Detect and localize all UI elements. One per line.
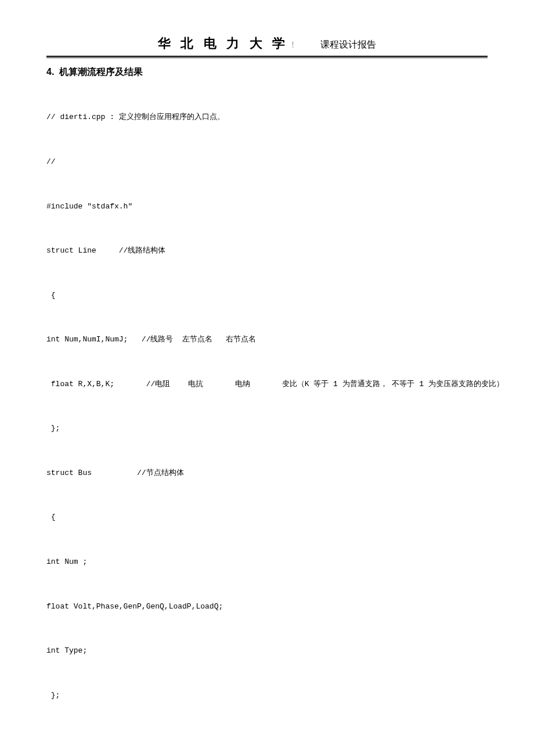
section-number: 4. [46, 67, 54, 77]
header-subtitle: 课程设计报告 [320, 39, 376, 51]
university-name: 华 北 电 力 大 学 [158, 36, 289, 51]
header-rule [46, 56, 488, 58]
code-line: int Num,NumI,NumJ; //线路号 左节点名 右节点名 [46, 334, 488, 345]
code-line: int Num ; [46, 557, 488, 567]
code-line: #include "stdafx.h" [46, 201, 488, 212]
code-line [46, 735, 488, 743]
code-line: int Type; [46, 646, 488, 656]
code-line: }; [46, 423, 488, 434]
code-line: float Volt,Phase,GenP,GenQ,LoadP,LoadQ; [46, 602, 488, 612]
document-page: 华 北 电 力 大 学 ！ 课程设计报告 4. 机算潮流程序及结果 // die… [0, 0, 534, 756]
section-heading: 4. 机算潮流程序及结果 [46, 66, 488, 78]
code-line: // dierti.cpp : 定义控制台应用程序的入口点。 [46, 112, 488, 123]
code-block: // dierti.cpp : 定义控制台应用程序的入口点。 // #inclu… [46, 91, 488, 756]
page-header: 华 北 电 力 大 学 ！ 课程设计报告 [46, 35, 488, 52]
code-line: struct Line //线路结构体 [46, 246, 488, 256]
section-title-text: 机算潮流程序及结果 [59, 67, 143, 77]
code-line: float R,X,B,K; //电阻 电抗 电纳 变比（K 等于 1 为普通支… [46, 379, 488, 390]
code-line: // [46, 157, 488, 167]
header-line: 华 北 电 力 大 学 ！ 课程设计报告 [46, 35, 488, 52]
code-line: struct Bus //节点结构体 [46, 468, 488, 478]
code-line: { [46, 290, 488, 301]
code-line: { [46, 512, 488, 523]
header-glyphs: ！ [288, 40, 297, 49]
code-line: }; [46, 690, 488, 701]
